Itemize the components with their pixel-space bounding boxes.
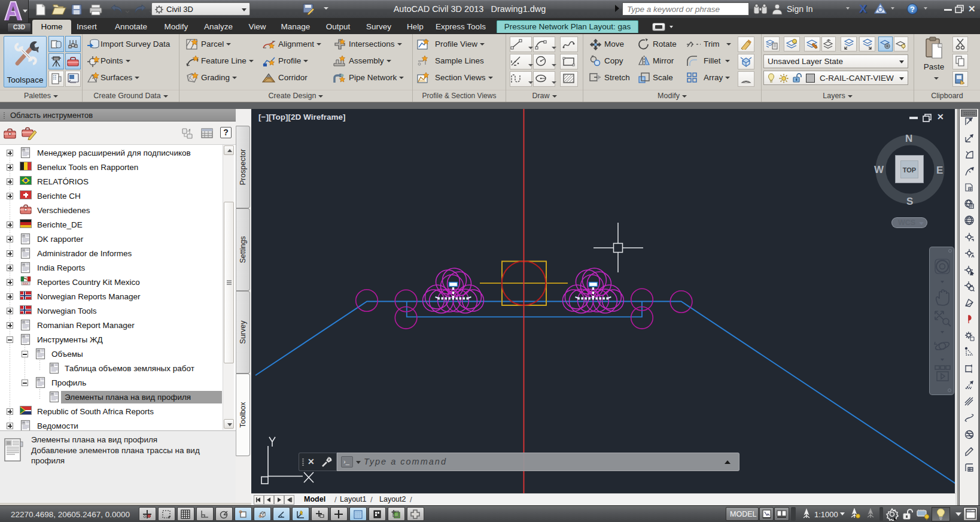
svg-text:FAX: FAX	[23, 282, 29, 286]
